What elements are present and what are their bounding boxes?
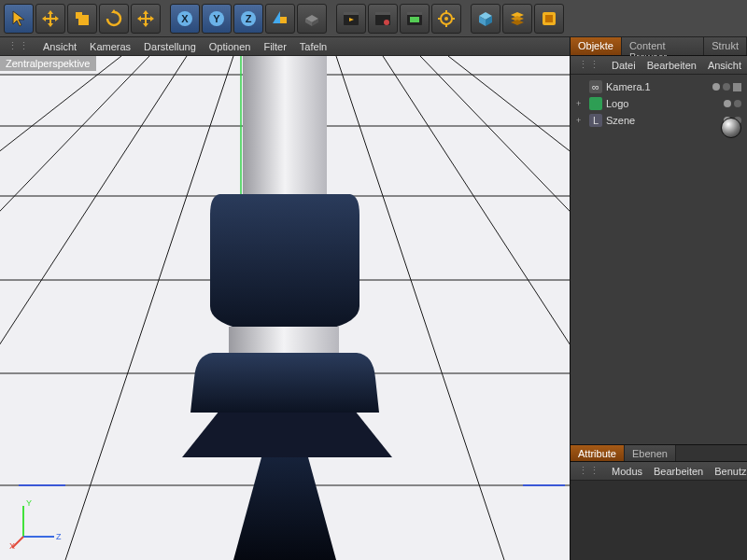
svg-rect-13 — [407, 12, 422, 15]
axis-gizmo: Y Z X — [9, 495, 65, 551]
svg-text:X: X — [181, 13, 189, 24]
tool-render-settings[interactable] — [431, 4, 461, 34]
svg-text:X: X — [9, 541, 15, 551]
tool-axis-y[interactable]: Y — [202, 4, 232, 34]
tool-primitive[interactable] — [471, 4, 500, 34]
right-tabs: Objekte Content Browser Strukt — [571, 37, 747, 56]
tool-recent[interactable] — [131, 4, 161, 34]
svg-line-31 — [336, 56, 504, 560]
camera-icon: ∞ — [589, 80, 602, 93]
attr-menu-bearbeiten[interactable]: Bearbeiten — [654, 466, 703, 477]
svg-text:Z: Z — [246, 13, 252, 24]
grip-icon: ⋮⋮ — [578, 465, 600, 477]
viewport-scene — [0, 56, 570, 560]
object-manager-menu: ⋮⋮ Datei Bearbeiten Ansicht — [571, 56, 747, 75]
viewport-column: ⋮⋮ Ansicht Kameras Darstellung Optionen … — [0, 37, 570, 560]
svg-text:Y: Y — [213, 13, 220, 24]
tool-render2[interactable] — [368, 4, 398, 34]
menu-filter[interactable]: Filter — [263, 41, 286, 52]
svg-line-30 — [65, 56, 233, 560]
menu-tafeln[interactable]: Tafeln — [300, 41, 327, 52]
tab-content-browser[interactable]: Content Browser — [622, 37, 704, 55]
expander-icon[interactable]: + — [576, 99, 585, 108]
attr-menu-modus[interactable]: Modus — [612, 466, 642, 477]
grip-icon: ⋮⋮ — [578, 59, 600, 71]
svg-marker-42 — [182, 411, 392, 457]
3d-viewport[interactable]: Zentralperspektive — [0, 56, 570, 560]
attribute-panel: Attribute Ebenen ⋮⋮ Modus Bearbeiten Ben… — [571, 444, 747, 560]
object-tree: ∞ Kamera.1 + Logo + L Szene — [571, 75, 747, 444]
stage-icon: L — [589, 114, 602, 127]
menu-ansicht[interactable]: Ansicht — [43, 41, 77, 52]
attr-menu-benutzer[interactable]: Benutzer — [714, 466, 747, 477]
tool-render1[interactable] — [336, 4, 366, 34]
svg-text:Y: Y — [26, 498, 32, 508]
tool-move[interactable] — [35, 4, 65, 34]
tree-label: Kamera.1 — [606, 81, 651, 92]
svg-rect-22 — [545, 15, 553, 22]
svg-rect-14 — [410, 17, 419, 22]
tool-axis-x[interactable]: X — [170, 4, 200, 34]
tab-attribute[interactable]: Attribute — [571, 445, 625, 461]
tool-render3[interactable] — [400, 4, 430, 34]
viewport-menubar: ⋮⋮ Ansicht Kameras Darstellung Optionen … — [0, 37, 570, 56]
tool-transform-mode[interactable] — [265, 4, 295, 34]
right-panel: Objekte Content Browser Strukt ⋮⋮ Datei … — [570, 37, 747, 560]
menu-darstellung[interactable]: Darstellung — [144, 41, 196, 52]
main-toolbar: X Y Z — [0, 0, 747, 37]
tree-label: Logo — [606, 98, 628, 109]
attr-menu: ⋮⋮ Modus Bearbeiten Benutzer — [571, 462, 747, 481]
tree-row-logo[interactable]: + Logo — [572, 95, 745, 112]
tool-scale[interactable] — [67, 4, 97, 34]
svg-rect-6 — [280, 17, 287, 23]
menu-kameras[interactable]: Kameras — [90, 41, 131, 52]
tree-row-kamera[interactable]: ∞ Kamera.1 — [572, 78, 745, 95]
tool-axis-z[interactable]: Z — [233, 4, 263, 34]
menu-optionen[interactable]: Optionen — [209, 41, 251, 52]
perspective-label: Zentralperspektive — [0, 56, 96, 71]
obj-menu-bearbeiten[interactable]: Bearbeiten — [647, 60, 697, 71]
cube-icon — [589, 97, 602, 110]
svg-point-16 — [444, 17, 448, 21]
tool-select[interactable] — [4, 4, 34, 34]
svg-point-11 — [384, 20, 389, 25]
attr-tabs: Attribute Ebenen — [571, 445, 747, 462]
expander-icon[interactable]: + — [576, 116, 585, 125]
material-chip[interactable] — [721, 118, 741, 138]
attr-body — [571, 481, 747, 560]
tool-coord[interactable] — [297, 4, 327, 34]
tool-rotate[interactable] — [99, 4, 129, 34]
svg-rect-8 — [344, 12, 359, 15]
main-split: ⋮⋮ Ansicht Kameras Darstellung Optionen … — [0, 37, 747, 560]
svg-marker-43 — [233, 457, 336, 560]
tree-label: Szene — [606, 115, 635, 126]
tool-misc[interactable] — [534, 4, 564, 34]
tool-layers[interactable] — [502, 4, 532, 34]
tab-struktur[interactable]: Strukt — [704, 37, 747, 55]
svg-rect-10 — [375, 12, 390, 15]
tab-ebenen[interactable]: Ebenen — [625, 445, 676, 461]
tree-row-szene[interactable]: + L Szene — [572, 112, 745, 129]
obj-menu-ansicht[interactable]: Ansicht — [708, 60, 741, 71]
svg-text:Z: Z — [56, 532, 62, 541]
tab-objekte[interactable]: Objekte — [571, 37, 622, 55]
obj-menu-datei[interactable]: Datei — [612, 60, 636, 71]
svg-rect-44 — [229, 327, 339, 353]
grip-icon: ⋮⋮ — [7, 40, 30, 52]
